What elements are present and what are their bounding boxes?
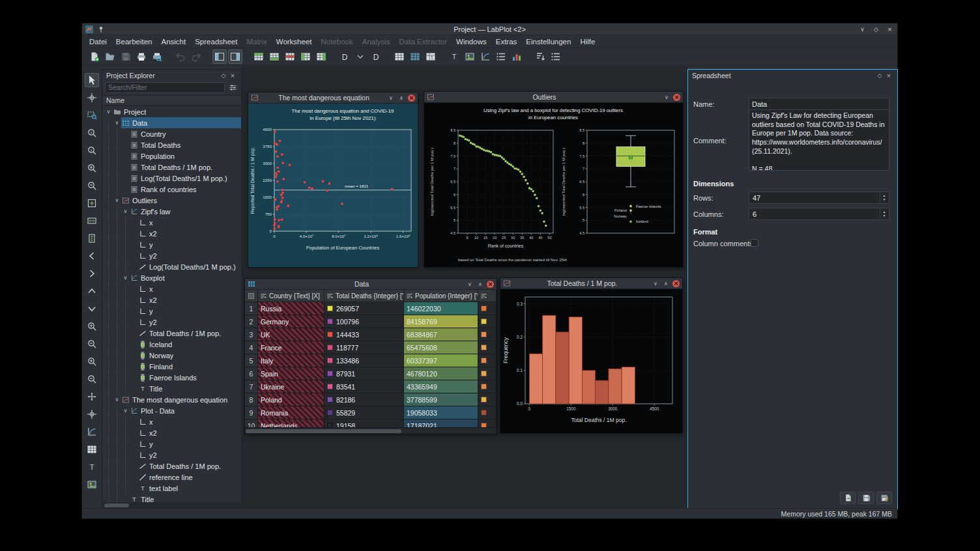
population-cell[interactable]: 19058033 (404, 406, 478, 419)
tree-item-country[interactable]: Country (102, 128, 241, 139)
tree-item-total-deaths-1m-pop[interactable]: Total Deaths / 1M pop. (102, 460, 241, 472)
extra-column-cell[interactable] (478, 328, 497, 341)
tree-item-y2[interactable]: y2 (102, 250, 241, 261)
shift-right-x-button[interactable] (85, 266, 99, 281)
menu-extras[interactable]: Extras (491, 36, 522, 47)
zoom-in-x-button[interactable] (85, 319, 99, 333)
select-mode-button[interactable] (85, 73, 99, 87)
zoom-in-button[interactable] (85, 161, 99, 175)
insert-column-right-button[interactable] (314, 49, 328, 64)
save-button[interactable] (858, 492, 874, 504)
tree-item-x2[interactable]: x2 (102, 228, 241, 239)
new-project-button[interactable] (87, 49, 102, 64)
menu-bearbeiten[interactable]: Bearbeiten (111, 36, 157, 47)
menu-spreadsheet[interactable]: Spreadsheet (190, 36, 242, 47)
column-header-partial[interactable] (478, 290, 497, 302)
insert-column-left-button[interactable] (298, 49, 313, 64)
menu-datei[interactable]: Datei (85, 36, 111, 47)
auto-scale-button[interactable] (85, 196, 99, 210)
population-cell[interactable]: 68384867 (404, 328, 478, 341)
total-deaths-cell[interactable]: 269057 (324, 302, 404, 315)
shift-left-x-button[interactable] (85, 249, 99, 263)
extra-column-cell[interactable] (478, 302, 497, 315)
tree-column-header[interactable]: Name (102, 95, 241, 106)
table-row[interactable]: 4France11877765475608 (245, 341, 497, 354)
shade-button[interactable] (387, 94, 395, 102)
table-row[interactable]: 5Italy13348660337397 (245, 354, 497, 367)
close-button[interactable] (673, 94, 680, 101)
data-extractor-button[interactable]: D (369, 49, 383, 64)
shift-up-y-button[interactable] (85, 284, 99, 298)
spreadsheet-statistics-button[interactable]: Σ (424, 49, 438, 64)
close-window-button[interactable] (886, 25, 893, 33)
redo-button[interactable] (189, 49, 203, 64)
spreadsheet-horizontal-scrollbar[interactable] (245, 427, 497, 434)
menu-analysis[interactable]: Analysis (358, 36, 395, 47)
population-cell[interactable]: 43365949 (404, 380, 478, 393)
grid-tool-button[interactable] (85, 442, 99, 457)
print-preview-button[interactable] (150, 49, 164, 64)
tree-item-plot-data[interactable]: ∨Plot - Data (102, 405, 241, 416)
total-deaths-cell[interactable]: 19158 (324, 419, 404, 427)
tree-item-iceland[interactable]: Iceland (102, 339, 241, 350)
table-row[interactable]: 2Germany10079684158769 (245, 315, 497, 328)
total-deaths-cell[interactable]: 100796 (324, 315, 404, 328)
tree-item-data[interactable]: ∨Data (102, 117, 241, 128)
mdi-window-dangerous-equation[interactable]: The most dangerous equation 04.0×10⁷8.0×… (248, 92, 418, 268)
table-row[interactable]: 7Ukraine8354143365949 (245, 380, 497, 393)
country-cell[interactable]: Romania (258, 406, 324, 419)
menu-windows[interactable]: Windows (452, 36, 491, 47)
export-button[interactable] (840, 492, 856, 504)
save-project-button[interactable] (119, 49, 133, 64)
menu-hilfe[interactable]: Hilfe (575, 36, 599, 47)
tree-item-y[interactable]: y (102, 438, 241, 449)
extra-column-cell[interactable] (478, 315, 497, 328)
auto-scale-x-button[interactable] (85, 214, 99, 228)
toggle-project-explorer-button[interactable] (212, 49, 227, 64)
column-header-population-integer-y[interactable]: Population {Integer} [Y] (404, 290, 478, 302)
mdi-window-histogram[interactable]: Total Deaths / 1 M pop. 01500300045000.0… (500, 277, 683, 434)
population-cell[interactable]: 46780120 (404, 367, 478, 380)
table-row[interactable]: 8Poland8218637788599 (245, 393, 497, 406)
mdi-titlebar[interactable]: The most dangerous equation (248, 92, 418, 104)
close-dock-icon[interactable] (884, 71, 893, 79)
column-header-total-deaths-integer-y[interactable]: Total Deaths {Integer} [Y] (324, 290, 404, 302)
total-deaths-cell[interactable]: 83541 (324, 380, 404, 393)
window-titlebar[interactable]: Project — LabPlot <2> (82, 23, 897, 35)
country-cell[interactable]: Ukraine (258, 380, 324, 393)
close-button[interactable] (672, 280, 680, 287)
rows-stepper[interactable]: 47 ▲▼ (749, 191, 889, 204)
country-cell[interactable]: UK (258, 328, 324, 341)
menu-worksheet[interactable]: Worksheet (272, 36, 317, 47)
zoom-out-y-button[interactable] (85, 372, 99, 386)
country-cell[interactable]: Spain (258, 367, 324, 380)
expand-arrow-icon[interactable]: ∨ (113, 197, 121, 203)
extra-column-cell[interactable] (478, 354, 497, 367)
mdi-window-data-spreadsheet[interactable]: Data Country {Text} [X]Total Deaths {Int… (244, 278, 497, 434)
tree-item-x[interactable]: x (102, 416, 241, 427)
shade-button[interactable] (663, 93, 670, 101)
tree-item-text-label[interactable]: Ttext label (102, 483, 241, 494)
search-input[interactable] (105, 82, 225, 93)
country-cell[interactable]: Italy (258, 354, 324, 367)
insert-row-below-button[interactable] (267, 49, 281, 64)
scrollbar-thumb[interactable] (246, 429, 401, 433)
shade-button[interactable] (466, 280, 474, 288)
zoom-select-button[interactable] (85, 108, 99, 122)
table-row[interactable]: 3UK14443368384867 (245, 328, 497, 341)
tree-item-x2[interactable]: x2 (102, 294, 241, 305)
extra-column-cell[interactable] (478, 380, 497, 393)
table-row[interactable]: 9Romania5582919058033 (245, 406, 497, 419)
mdi-window-outliers[interactable]: Outliers Using Zipf's law and a boxplot … (424, 91, 684, 268)
menu-data-extractor[interactable]: Data Extractor (395, 36, 452, 47)
properties-dock-header[interactable]: Spreadsheet (688, 70, 897, 81)
population-cell[interactable]: 17187021 (404, 419, 478, 427)
population-cell[interactable]: 65475608 (404, 341, 478, 354)
tree-item-log-total-deaths-1-m-pop[interactable]: Log(Total Deaths/1 M pop.) (102, 173, 241, 184)
tree-item-x[interactable]: x (102, 283, 241, 294)
extra-column-cell[interactable] (478, 341, 497, 354)
population-cell[interactable]: 37788599 (404, 393, 478, 406)
extra-column-cell[interactable] (478, 367, 497, 380)
add-curve-tool-button[interactable] (85, 425, 99, 439)
add-image-button[interactable] (463, 49, 477, 64)
